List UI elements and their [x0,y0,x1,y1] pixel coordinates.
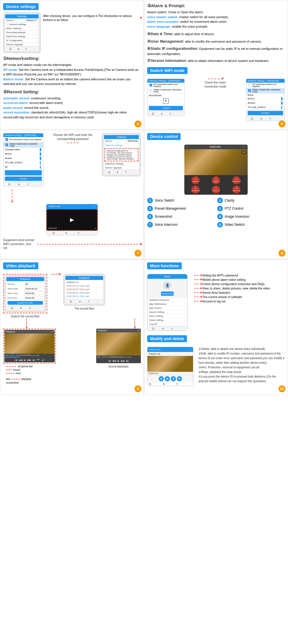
arrow-area: After choosing device, you can configure… [43,14,141,22]
device-control-title: Device control [147,133,181,140]
equipment-annotation: Equipment voice prompt WIFI connection, … [3,238,141,250]
delete-desc: ①Delete: able to delete one device entry… [198,347,285,351]
ctrl-btn-4[interactable]: ④ Capture [212,176,220,184]
stop-play-label: stop\play [21,378,31,380]
more-functions-content: More 👤 Monitoring Software Password App … [147,274,285,331]
playback-image [4,334,55,354]
record-resolution: record resolution: standard-de nition(VG… [3,110,141,120]
playback-bottom: Playback ≡ Rec_2019_20190803000000_A_1.a… [3,329,141,384]
wifi-arrow [208,79,223,79]
ctrl-btn-3[interactable]: ③ Capture [192,176,200,184]
annot-2: Mobile phone alarm notice setting [202,278,246,281]
playback-form-area: Playback Device All Start Date 2019-08-2… [3,274,47,319]
feature-4: 4 PTZ Control [217,206,285,211]
device-list-screen: Device List ＋ ▶ 28501938 ● 🏠▶⚙··· [46,204,98,235]
network-section: ①Networksetting: AP mode and station mod… [3,56,141,86]
section-alarm: ③Alarm & Prompt: disarm switch: Close or… [144,0,288,130]
playback-left: Playback ≡ Rec_2019_20190803000000_A_1.a… [3,329,56,384]
app-version-row[interactable]: App Version [147,306,187,310]
more-phone: More 👤 Monitoring Software Password App … [147,274,187,331]
annot-7: Account to log out [202,300,226,303]
modify-delete-section: Modify and delete Device List ＋ Device L… [147,335,285,386]
delete-camera-image [147,356,193,372]
device-control-screen-area: ‹ 34861665 ⋮ ● SD [147,145,285,195]
modify-delete-content: Device List ＋ Device List 20251730 ① ② [147,347,285,386]
disarm: disarm switch: Close or Open the alarm; [147,10,285,15]
voice-master: voice master switch: master switch for a… [147,15,285,20]
upgrade-row: Device Upgrade › [5,43,39,47]
monitoring-btn[interactable]: Monitoring [161,291,173,296]
confirm-wifi-btn[interactable]: Confirm [5,177,42,181]
section-more-functions: More functions More 👤 Monitoring Softwar… [144,259,288,395]
settings-desc: After choosing device, you can configure… [43,14,139,22]
confirm-btn-right[interactable]: Confirm [248,111,283,115]
wifi-screen-left: Network settings - (28050/939) AP connec… [147,79,185,116]
feature-5: 5 Screenshot [147,214,215,219]
badge-6: 6 [278,120,285,127]
record-alarm: record-on-alarm: record with alarm event… [3,101,141,105]
ctrl-btn-5[interactable]: ⑤ Continuous [232,176,240,184]
confirm-btn-left[interactable]: Confirm [149,106,183,110]
down-arrow-area: ▼ [3,187,141,204]
alarm-row: Alarm Settings › [5,26,39,31]
log-off-row[interactable]: Log Off [147,322,187,326]
datetime-row: Date/Time settings › [5,35,39,39]
section-wifi-setup: Network settings - (28050/939) AP connec… [0,130,144,259]
row-3: Video playback Playback Device All [0,259,288,395]
settings-phone-right: Settings Device 28501938 Network setting… [102,133,141,176]
equipment-text: Equipment voice prompt WIFI connection, … [3,238,35,250]
settings-phone-header: Settings [5,14,39,18]
software-pwd-row[interactable]: Software Password [147,298,187,302]
choose-wifi-text: Choose the WIFI and enter the correspond… [47,133,98,141]
user-icon: 👤 [163,281,172,290]
settings-phone-mockup: Settings Device 30063277 ▾ ✓ Network set… [3,12,41,53]
feature-6: 6 Image Inversion [217,214,285,219]
record-playback-label: record playback [96,365,141,369]
delete-screen: Device List ＋ Device List 20251730 ① ② [147,347,193,386]
wifi-mode-title: Switch WIFI mode [147,67,187,74]
modify-delete-title: Modify and delete [147,335,187,342]
next-label: next [16,372,21,375]
annot-5: Server Area Selection [202,291,230,294]
audio-record: audio record: record the sound; [3,105,141,110]
static-ip: ⑥Static IP configurationtion: Equipment … [147,46,285,56]
app-notif-row[interactable]: App Notifications [147,302,187,306]
annot-4: View, to share, delete pictures, view, d… [202,287,270,290]
ctrl-btn-6[interactable]: ⑥ Headphone [192,185,200,194]
wifi-screen-right: Network settings - (28050/939) AP connec… [246,79,285,121]
feature-8: 8 Video Switch [217,222,285,228]
edit-desc: ②Edit: able to modify ID number, usernam… [198,351,285,365]
search-btn[interactable]: Search for filter [7,301,43,305]
ip-row: IP Configuration › [5,39,39,43]
device-id: 34861665 [209,145,221,148]
annot-3: Check device configuration insturction a… [202,283,265,286]
feature-2: 2 Clarity [217,198,285,203]
device-settings-title: Device settings [3,3,39,10]
badge-8: 8 [278,250,285,257]
version-info: ⑦Version information: able to obtain inf… [147,58,285,64]
equipment-arrow: ▶ [37,244,141,245]
wifi-setup-left: Network settings - (28050/939) AP connec… [3,133,43,187]
route-setting-row[interactable]: Route Setting [147,318,187,322]
screenshot-label: screenshot [6,381,19,384]
device-settings-content: Settings Device 30063277 ▾ ✓ Network set… [3,12,141,53]
progress-label: progress bar [18,365,33,368]
down-arrow: ▼ [12,190,12,201]
down-arrows: ▼ ▼ [3,319,141,327]
page: Device settings Settings Device 30063277… [0,0,288,395]
video-playback-title: Video playback [3,262,38,269]
ctrl-btn-7[interactable]: ⑦ Intercom [212,185,220,194]
wifi-mode-section: Switch WIFI mode Network settings - (280… [147,67,285,121]
settings-desc-area: After choosing device, you can configure… [43,12,141,24]
video-thumb: ▶ 28501938 ● [46,209,98,231]
device-setting-row[interactable]: Device Setting [147,310,187,314]
last-label: last [6,378,10,380]
wifi-middle: Check the router connection mode [204,79,227,89]
date-time: ④Date & Time: able to adjust time of dev… [147,31,285,37]
badge-5: 5 [134,120,141,127]
network-row: ✓ Network settings › [5,22,39,26]
alarm-setting-row[interactable]: Alarm Setting [147,314,187,318]
delete-descriptions: ①Delete: able to delete one device entry… [196,347,285,384]
record-playback-image [96,332,141,355]
ctrl-btn-8[interactable]: ⑧ Max Link [232,185,240,194]
